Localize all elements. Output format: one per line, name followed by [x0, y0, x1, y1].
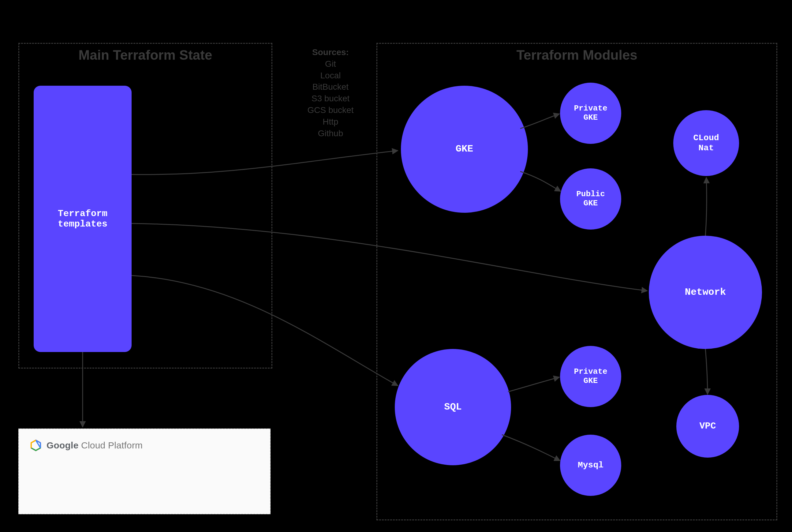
node-public-gke: Public GKE	[560, 168, 621, 230]
sources-header: Sources:	[291, 46, 370, 58]
node-private-gke-1: Private GKE	[560, 83, 621, 144]
gcp-logo: Google Cloud Platform	[30, 440, 142, 451]
node-gke: GKE	[401, 86, 528, 213]
gcp-hexagon-icon	[30, 440, 42, 451]
node-private-gke-2: Private GKE	[560, 346, 621, 407]
gcp-text-rest: Cloud Platform	[79, 440, 143, 450]
node-private-gke-1-label: Private GKE	[574, 104, 607, 122]
node-mysql: Mysql	[560, 435, 621, 496]
node-network-label: Network	[685, 287, 726, 298]
node-mysql-label: Mysql	[578, 460, 603, 470]
node-cloud-nat: CLoud Nat	[673, 110, 739, 176]
node-cloud-nat-label: CLoud Nat	[693, 133, 719, 153]
node-sql-label: SQL	[444, 402, 462, 413]
sources-item: Git	[291, 58, 370, 70]
node-private-gke-2-label: Private GKE	[574, 367, 607, 386]
panel-state-title: Main Terraform State	[79, 48, 212, 63]
node-vpc: VPC	[676, 395, 739, 458]
panel-modules-title: Terraform Modules	[516, 48, 637, 63]
sources-block: Sources: Git Local BitBucket S3 bucket G…	[291, 46, 370, 139]
node-terraform-templates-label: Terraform templates	[58, 208, 108, 230]
sources-item: BitBucket	[291, 81, 370, 93]
node-network: Network	[649, 236, 762, 349]
sources-item: Local	[291, 70, 370, 81]
sources-item: Github	[291, 128, 370, 139]
gcp-card: Google Cloud Platform	[18, 429, 271, 514]
node-gke-label: GKE	[456, 144, 474, 155]
svg-marker-1	[36, 440, 40, 448]
sources-item: Http	[291, 116, 370, 128]
gcp-text: Google Cloud Platform	[46, 440, 142, 451]
node-vpc-label: VPC	[699, 421, 716, 432]
node-public-gke-label: Public GKE	[576, 190, 605, 208]
diagram-stage: Main Terraform State Terraform templates…	[0, 0, 792, 532]
node-terraform-templates: Terraform templates	[34, 86, 132, 352]
gcp-text-bold: Google	[46, 440, 79, 450]
node-sql: SQL	[395, 349, 511, 465]
sources-item: S3 bucket	[291, 93, 370, 104]
sources-item: GCS bucket	[291, 104, 370, 116]
